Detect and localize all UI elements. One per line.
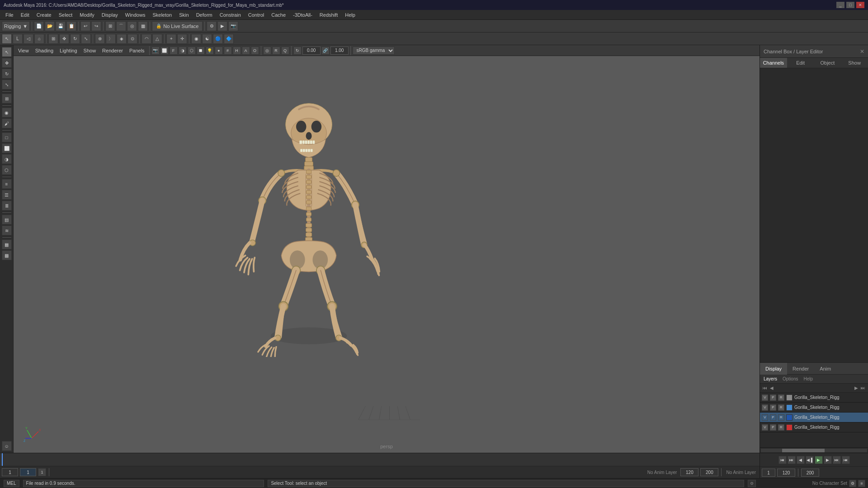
scale-tool-btn[interactable]: ⤡ xyxy=(81,34,91,44)
new-scene-btn[interactable]: □ xyxy=(2,132,12,142)
layers-nav-next2[interactable]: ⏭ xyxy=(860,385,866,390)
move-left-btn[interactable]: ✥ xyxy=(2,58,12,68)
range-end-input[interactable]: 200 xyxy=(700,468,718,476)
menu-item-help[interactable]: Help xyxy=(341,10,359,20)
new-file-btn[interactable]: 📄 xyxy=(34,21,44,31)
script-editor-btn[interactable]: ≋ xyxy=(2,225,12,235)
vp-ao-btn[interactable]: O xyxy=(251,47,259,55)
ls-tab-layers[interactable]: Layers xyxy=(762,376,779,381)
vp-res-btn[interactable]: R xyxy=(272,47,280,55)
open-file-btn[interactable]: 📂 xyxy=(45,21,55,31)
soft-select-btn[interactable]: ⌂ xyxy=(34,34,44,44)
input-line-btn[interactable]: ▤ xyxy=(2,215,12,225)
layer-p-4[interactable]: P xyxy=(770,424,776,431)
menu-item-display[interactable]: Display xyxy=(98,10,122,20)
color-profile-select[interactable]: sRGB gamma xyxy=(353,47,395,55)
next-frame-btn[interactable]: ▶ xyxy=(824,456,832,464)
show-manipulator-btn[interactable]: ⊞ xyxy=(2,94,12,103)
vp-menu-lighting[interactable]: Lighting xyxy=(57,45,80,56)
prev-frame-btn[interactable]: ◀ xyxy=(797,456,805,464)
layer-r-2[interactable]: R xyxy=(778,404,784,411)
curve-btn[interactable]: ◠ xyxy=(142,34,151,44)
pose-btn[interactable]: ☺ xyxy=(2,441,12,451)
scale-left-btn[interactable]: ⤡ xyxy=(2,80,12,89)
layers-nav-prev1[interactable]: ⏮ xyxy=(762,385,768,390)
vp-camera-btn[interactable]: 📷 xyxy=(151,47,160,55)
vp-menu-show[interactable]: Show xyxy=(81,45,99,56)
magnet-btn[interactable]: ✛ xyxy=(177,34,187,44)
menu-item-control[interactable]: Control xyxy=(245,10,268,20)
lasso-tool-btn[interactable]: L xyxy=(13,34,23,44)
layer-row-2[interactable]: V P R Gorilla_Skeleton_Rigg xyxy=(760,403,868,413)
menu-item--3dtoall-[interactable]: -3DtoAll- xyxy=(289,10,316,20)
vp-hq-btn[interactable]: Q xyxy=(281,47,289,55)
window-controls[interactable]: _ □ ✕ xyxy=(836,2,864,8)
next-key-btn[interactable]: ⏭ xyxy=(833,456,841,464)
goto-start-btn[interactable]: ⏮ xyxy=(778,456,787,464)
menu-item-constrain[interactable]: Constrain xyxy=(216,10,245,20)
menu-item-redshift[interactable]: Redshift xyxy=(316,10,341,20)
spring-btn[interactable]: ☯ xyxy=(202,34,212,44)
ipr-btn[interactable]: 📷 xyxy=(228,21,238,31)
vp-grid-btn[interactable]: # xyxy=(224,47,232,55)
tab-channels[interactable]: Channels xyxy=(760,58,787,68)
weight-btn[interactable]: ⊙ xyxy=(127,34,137,44)
render-btn[interactable]: ▶ xyxy=(217,21,227,31)
redo-btn[interactable]: ↪ xyxy=(91,21,101,31)
channel-box-close-btn[interactable]: ✕ xyxy=(860,48,864,55)
vp-refresh-btn[interactable]: ↻ xyxy=(293,47,302,55)
snap-all-btn[interactable]: + xyxy=(166,34,176,44)
render-settings-btn[interactable]: ⚙ xyxy=(207,21,217,31)
layer-row-4[interactable]: V P R Gorilla_Skeleton_Rigg xyxy=(760,422,868,432)
menu-item-deform[interactable]: Deform xyxy=(193,10,216,20)
layer-btn3[interactable]: ≣ xyxy=(2,201,12,211)
layer-tab-render[interactable]: Render xyxy=(787,363,814,375)
undo-btn[interactable]: ↩ xyxy=(80,21,90,31)
vp-value1-input[interactable]: 0.00 xyxy=(302,47,321,55)
paint-left-btn[interactable]: 🖌 xyxy=(2,118,12,128)
playback-end2[interactable] xyxy=(801,469,819,477)
layer-r-4[interactable]: R xyxy=(778,424,784,431)
cloth-btn[interactable]: 🔷 xyxy=(224,34,234,44)
transform-btn[interactable]: ⊞ xyxy=(48,34,58,44)
vp-menu-shading[interactable]: Shading xyxy=(33,45,56,56)
goto-end-btn[interactable]: ⏮ xyxy=(842,456,850,464)
menu-item-create[interactable]: Create xyxy=(33,10,55,20)
end-frame-input[interactable]: 120 xyxy=(680,468,698,476)
playback-end[interactable] xyxy=(777,469,795,477)
layer-p-1[interactable]: P xyxy=(770,394,776,401)
view-btn[interactable]: ⬜ xyxy=(2,143,12,153)
maximize-btn[interactable]: □ xyxy=(846,2,854,8)
rotate-left-btn[interactable]: ↻ xyxy=(2,69,12,79)
current-frame-input[interactable]: 1 xyxy=(20,468,36,476)
layer-tab-anim[interactable]: Anim xyxy=(814,363,836,375)
vp-menu-panels[interactable]: Panels xyxy=(127,45,147,56)
snap-surface-btn[interactable]: ▦ xyxy=(138,21,148,31)
timeline-ruler[interactable] xyxy=(0,453,760,466)
vp-light-btn[interactable]: 💡 xyxy=(206,47,214,55)
vp-shading-mode-btn[interactable]: ◑ xyxy=(179,47,187,55)
layers-nav-prev2[interactable]: ◀ xyxy=(769,385,774,390)
layer-btn1[interactable]: ≡ xyxy=(2,179,12,189)
layer-row-3[interactable]: V P R Gorilla_Skeleton_Rigg xyxy=(760,413,868,422)
layer-vis-2[interactable]: V xyxy=(762,404,768,411)
frame-marker[interactable]: 1 xyxy=(38,468,46,476)
layer-r-3[interactable]: R xyxy=(778,414,784,421)
ik-tool-btn[interactable]: 〉 xyxy=(106,34,116,44)
layer-vis-1[interactable]: V xyxy=(762,394,768,401)
layers-nav-next1[interactable]: ▶ xyxy=(854,385,859,390)
lasso-left-btn[interactable]: ◉ xyxy=(2,108,12,117)
layer-r-1[interactable]: R xyxy=(778,394,784,401)
status-icon-btn[interactable]: ⚙ xyxy=(748,480,756,487)
close-btn[interactable]: ✕ xyxy=(856,2,864,8)
vp-shadow-btn[interactable]: ● xyxy=(215,47,223,55)
snap-curve-btn[interactable]: ⌒ xyxy=(116,21,126,31)
ls-tab-help[interactable]: Help xyxy=(802,376,815,381)
render-seq-btn[interactable]: ▦ xyxy=(2,239,12,249)
menu-item-windows[interactable]: Windows xyxy=(122,10,149,20)
menu-item-cache[interactable]: Cache xyxy=(268,10,289,20)
prev-key-btn[interactable]: ⏭ xyxy=(788,456,796,464)
menu-item-select[interactable]: Select xyxy=(55,10,76,20)
pref-btn[interactable]: ≡ xyxy=(858,480,865,487)
skin-btn[interactable]: ◈ xyxy=(117,34,127,44)
